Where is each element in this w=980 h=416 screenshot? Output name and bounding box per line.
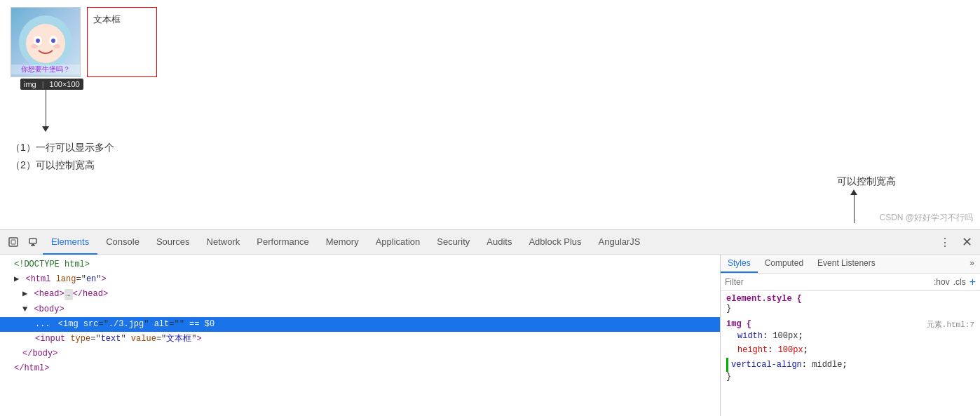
- head-tag: <head>: [34, 289, 64, 299]
- styles-filter-bar: :hov .cls +: [721, 274, 980, 291]
- styles-filter-input[interactable]: [725, 277, 934, 287]
- tab-application[interactable]: Application: [367, 230, 429, 255]
- alt-attr: alt: [154, 319, 170, 329]
- add-style-btn[interactable]: +: [969, 276, 976, 288]
- img-element: 你想要牛堡吗？: [11, 7, 81, 77]
- styles-panel: Styles Computed Event Listeners » :hov .…: [721, 255, 980, 416]
- arrow-down: [42, 84, 49, 132]
- img-style-close: }: [726, 372, 974, 382]
- watermark: CSDN @好好学习不行吗: [879, 212, 973, 224]
- arrow-line-up: [854, 195, 855, 223]
- type-value: text: [101, 334, 121, 344]
- styles-tab-event-listeners[interactable]: Event Listeners: [810, 255, 883, 273]
- styles-tab-computed[interactable]: Computed: [758, 255, 810, 273]
- expand-head[interactable]: ▶: [22, 288, 27, 301]
- inspect-element-btn[interactable]: [4, 232, 23, 252]
- img-selector-line: img { 元素.html:7: [726, 319, 974, 329]
- svg-point-1: [26, 24, 65, 63]
- notes-text: （1）一行可以显示多个 （2）可以控制宽高: [11, 139, 114, 174]
- img-caption: 你想要牛堡吗？: [11, 65, 80, 74]
- svg-point-7: [53, 44, 60, 48]
- style-prop-width: width: 100px;: [726, 329, 974, 343]
- element-badge: img|100×100: [20, 79, 83, 90]
- img-source: 元素.html:7: [927, 319, 974, 330]
- tab-network[interactable]: Network: [198, 230, 249, 255]
- tab-security[interactable]: Security: [428, 230, 478, 255]
- styles-filter-right: :hov .cls +: [934, 276, 976, 288]
- expand-html[interactable]: ▶: [14, 273, 19, 286]
- svg-rect-9: [11, 240, 15, 244]
- input-element[interactable]: 文本框: [87, 7, 157, 77]
- device-toggle-btn[interactable]: [23, 232, 43, 252]
- tab-adblock[interactable]: Adblock Plus: [520, 230, 590, 255]
- badge-size: 100×100: [50, 80, 80, 88]
- value-attr: value: [131, 334, 156, 344]
- devtools-tabs: Elements Console Sources Network Perform…: [43, 230, 935, 255]
- svg-point-4: [36, 39, 40, 43]
- img-style-rule: img { 元素.html:7 width: 100px; height: 10…: [726, 319, 974, 382]
- doctype-text: <!DOCTYPE html>: [14, 260, 90, 269]
- html-line-html[interactable]: ▶ <html lang="en">: [0, 272, 720, 287]
- cls-btn[interactable]: .cls: [953, 277, 966, 287]
- right-arrow-up: [850, 189, 857, 223]
- tab-angularjs[interactable]: AngularJS: [590, 230, 649, 255]
- tab-sources[interactable]: Sources: [148, 230, 198, 255]
- element-style-selector: element.style {: [726, 294, 974, 304]
- svg-rect-8: [9, 238, 18, 246]
- html-tag: <html: [25, 274, 50, 284]
- devtools-body: <!DOCTYPE html> ▶ <html lang="en"> ▶ <he…: [0, 255, 980, 416]
- styles-tab-more-btn[interactable]: »: [964, 255, 980, 273]
- tab-performance[interactable]: Performance: [248, 230, 317, 255]
- styles-tab-styles[interactable]: Styles: [721, 255, 758, 273]
- cursor-icon: [8, 237, 18, 247]
- body-tag: <body>: [34, 304, 64, 314]
- devtools-toolbar: Elements Console Sources Network Perform…: [0, 230, 980, 255]
- html-line-head[interactable]: ▶ <head>…</head>: [0, 287, 720, 302]
- tab-audits[interactable]: Audits: [478, 230, 520, 255]
- close-devtools-btn[interactable]: ✕: [957, 232, 976, 252]
- styles-tabs: Styles Computed Event Listeners »: [721, 255, 980, 274]
- note-line-2: （2）可以控制宽高: [11, 156, 114, 174]
- head-dots[interactable]: …: [64, 289, 73, 300]
- html-line-body[interactable]: ▼ <body>: [0, 302, 720, 317]
- html-line-input[interactable]: <input type="text" value="文本框">: [0, 332, 720, 347]
- src-attr: src: [83, 319, 99, 329]
- arrow-head-up: [850, 189, 857, 195]
- styles-body: element.style { } img { 元素.html:7 width:…: [721, 291, 980, 416]
- right-note: 可以控制宽高: [837, 175, 896, 188]
- page-elements: 你想要牛堡吗？ img|100×100 文本框: [0, 0, 980, 84]
- html-panel[interactable]: <!DOCTYPE html> ▶ <html lang="en"> ▶ <he…: [0, 255, 721, 416]
- style-prop-vertical-align: vertical-align: middle;: [726, 358, 974, 372]
- tab-memory[interactable]: Memory: [318, 230, 367, 255]
- tab-console[interactable]: Console: [97, 230, 148, 255]
- lang-attr: lang: [56, 274, 76, 284]
- devtools-panel: Elements Console Sources Network Perform…: [0, 229, 980, 416]
- body-close-tag: </body>: [22, 349, 57, 358]
- expand-body[interactable]: ▼: [22, 303, 27, 316]
- devtools-tab-more: ⋮ ✕: [935, 232, 976, 252]
- arrow-line: [46, 84, 46, 126]
- src-value: ./3.jpg: [109, 319, 144, 329]
- html-line-img[interactable]: ... <img src="./3.jpg" alt="" == $0: [0, 317, 720, 332]
- svg-rect-10: [29, 239, 36, 243]
- dots-indicator: ...: [35, 319, 50, 329]
- device-icon: [28, 237, 38, 247]
- html-line-html-close[interactable]: </html>: [0, 361, 720, 376]
- lang-value: en: [86, 274, 96, 284]
- style-prop-height: height: 100px;: [726, 343, 974, 357]
- tab-elements[interactable]: Elements: [43, 230, 97, 255]
- input-tag: <input: [35, 334, 65, 344]
- type-attr: type: [70, 334, 90, 344]
- more-tabs-btn[interactable]: ⋮: [935, 232, 955, 252]
- input-label: 文本框: [93, 13, 121, 26]
- html-close-tag: </html>: [14, 363, 49, 373]
- html-line-body-close[interactable]: </body>: [0, 347, 720, 361]
- element-style-close: }: [726, 304, 974, 314]
- badge-tag: img: [24, 80, 36, 88]
- cartoon-svg: [18, 14, 74, 70]
- html-line-doctype[interactable]: <!DOCTYPE html>: [0, 257, 720, 272]
- element-style-rule: element.style { }: [726, 294, 974, 314]
- svg-point-5: [51, 39, 55, 43]
- hov-btn[interactable]: :hov: [934, 277, 950, 287]
- arrow-head: [42, 126, 49, 132]
